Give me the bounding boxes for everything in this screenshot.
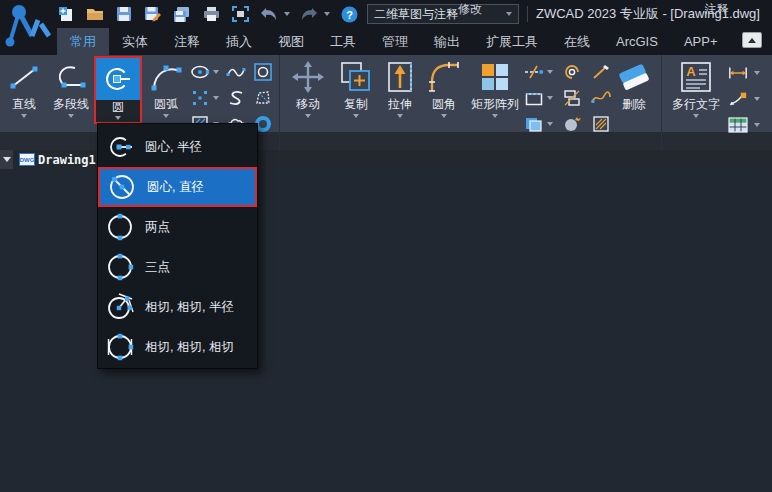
leader-dropdown-caret[interactable] — [754, 97, 760, 101]
tab-solid[interactable]: 实体 — [109, 28, 161, 55]
offset-icon[interactable] — [562, 62, 582, 82]
point-icon[interactable] — [190, 88, 210, 108]
table-icon[interactable] — [728, 115, 748, 135]
leader-icon[interactable] — [728, 89, 748, 109]
draw-small-row-1 — [190, 62, 273, 82]
menu-item-tan-tan-tan[interactable]: 相切, 相切, 相切 — [98, 327, 257, 367]
edit-spline-icon[interactable] — [591, 88, 611, 108]
center-diameter-icon — [107, 172, 137, 202]
erase-label: 删除 — [622, 97, 646, 111]
menu-item-label: 三点 — [145, 259, 170, 276]
sketch-icon[interactable] — [226, 88, 246, 108]
arc-dropdown-caret[interactable] — [163, 114, 169, 118]
mtext-dropdown-caret[interactable] — [693, 114, 699, 118]
region-icon[interactable] — [253, 62, 273, 82]
new-file-icon[interactable] — [56, 5, 76, 24]
line-dropdown-caret[interactable] — [21, 114, 27, 118]
menu-item-label: 两点 — [145, 219, 170, 236]
polyline-button[interactable]: 多段线 — [48, 58, 94, 118]
dimension-dropdown-caret[interactable] — [754, 71, 760, 75]
arc-button[interactable]: 圆弧 — [144, 58, 188, 118]
annotation-panel-label: 注释 — [661, 0, 772, 18]
ellipse-dropdown-caret[interactable] — [213, 70, 219, 74]
print-icon[interactable] — [201, 5, 221, 24]
tab-online[interactable]: 在线 — [551, 28, 603, 55]
document-tab-label: Drawing1. — [38, 153, 103, 167]
modify-small-row-1 — [524, 62, 611, 82]
tab-manage[interactable]: 管理 — [369, 28, 421, 55]
open-folder-icon[interactable] — [85, 5, 105, 24]
line-label: 直线 — [12, 97, 36, 111]
tab-app-plus[interactable]: APP+ — [671, 28, 731, 55]
tab-annotate[interactable]: 注释 — [161, 28, 213, 55]
copy-dropdown-caret[interactable] — [353, 114, 359, 118]
explode-icon[interactable] — [562, 114, 582, 134]
trim-dropdown-caret[interactable] — [547, 70, 553, 74]
menu-item-three-points[interactable]: 三点 — [98, 247, 257, 287]
ellipse-icon[interactable] — [190, 62, 210, 82]
menu-item-label: 圆心, 半径 — [145, 139, 202, 156]
rect-array-dropdown-caret[interactable] — [492, 114, 498, 118]
modify-small-row-2 — [524, 88, 611, 108]
menu-item-two-points[interactable]: 两点 — [98, 207, 257, 247]
menu-item-center-radius[interactable]: 圆心, 半径 — [98, 127, 257, 167]
save-icon[interactable] — [114, 5, 134, 24]
stretch-icon — [384, 58, 416, 96]
mtext-button[interactable]: A 多行文字 — [668, 58, 724, 118]
ribbon-collapse-button[interactable] — [742, 32, 762, 48]
wipeout-icon[interactable] — [253, 88, 273, 108]
menu-item-tan-tan-radius[interactable]: 相切, 相切, 半径 — [98, 287, 257, 327]
document-tab-drawing1[interactable]: DWG Drawing1. — [13, 150, 109, 169]
point-dropdown-caret[interactable] — [213, 96, 219, 100]
stretch-dropdown-caret[interactable] — [397, 114, 403, 118]
copy-button[interactable]: 复制 — [334, 58, 378, 118]
tab-home[interactable]: 常用 — [57, 28, 109, 55]
circle-button[interactable]: 圆 — [94, 56, 142, 124]
mtext-label: 多行文字 — [672, 97, 720, 111]
undo-icon[interactable] — [259, 5, 279, 24]
move-dropdown-caret[interactable] — [305, 114, 311, 118]
dimension-icon[interactable] — [728, 63, 748, 83]
menu-item-label: 相切, 相切, 半径 — [145, 299, 234, 316]
rect-array-icon — [480, 58, 510, 96]
plot-preview-icon[interactable] — [230, 5, 250, 24]
document-tabs-menu-button[interactable] — [0, 150, 13, 169]
circle-dropdown-menu: 圆心, 半径 圆心, 直径 两点 三点 相切, 相切, 半径 相切, 相切, 相… — [97, 123, 258, 369]
tab-express-tools[interactable]: 扩展工具 — [473, 28, 551, 55]
tab-insert[interactable]: 插入 — [213, 28, 265, 55]
table-dropdown-caret[interactable] — [754, 123, 760, 127]
circle-label: 圆 — [112, 100, 124, 115]
rectangle-icon[interactable] — [524, 88, 544, 108]
rect-array-button[interactable]: 矩形阵列 — [466, 58, 524, 118]
edit-hatch-icon[interactable] — [591, 114, 611, 134]
align-icon[interactable] — [562, 88, 582, 108]
tab-arcgis[interactable]: ArcGIS — [603, 28, 671, 55]
save-all-icon[interactable] — [172, 5, 192, 24]
polyline-dropdown-caret[interactable] — [68, 114, 74, 118]
tab-view[interactable]: 视图 — [265, 28, 317, 55]
panel-separator — [279, 55, 280, 150]
erase-button[interactable]: 删除 — [610, 58, 658, 111]
fillet-dropdown-caret[interactable] — [441, 114, 447, 118]
stretch-button[interactable]: 拉伸 — [380, 58, 420, 118]
move-label: 移动 — [296, 97, 320, 111]
zwcad-logo-icon[interactable] — [3, 2, 55, 54]
erase-icon — [614, 58, 654, 96]
move-button[interactable]: 移动 — [286, 58, 330, 118]
tab-tools[interactable]: 工具 — [317, 28, 369, 55]
spline-icon[interactable] — [226, 62, 246, 82]
trim-icon[interactable] — [524, 62, 544, 82]
arc-label: 圆弧 — [154, 97, 178, 111]
mirror-icon[interactable] — [524, 114, 544, 134]
save-as-icon[interactable] — [143, 5, 163, 24]
fillet-button[interactable]: 圆角 — [422, 58, 466, 118]
line-button[interactable]: 直线 — [2, 58, 46, 118]
tab-output[interactable]: 输出 — [421, 28, 473, 55]
mirror-dropdown-caret[interactable] — [547, 122, 553, 126]
rectangle-dropdown-caret[interactable] — [547, 96, 553, 100]
menu-item-center-diameter[interactable]: 圆心, 直径 — [98, 167, 257, 207]
circle-dropdown-caret[interactable] — [115, 116, 121, 120]
center-radius-icon — [105, 132, 135, 162]
svg-text:A: A — [686, 64, 696, 79]
scale-icon[interactable] — [591, 62, 611, 82]
